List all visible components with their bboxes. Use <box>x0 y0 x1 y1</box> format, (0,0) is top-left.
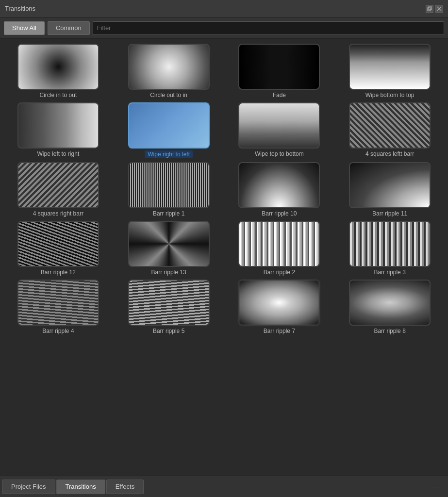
transition-thumbnail-wipe-bottom-top <box>349 44 431 90</box>
transition-label-barr2: Barr ripple 2 <box>264 269 295 276</box>
transition-thumbnail-barr3 <box>349 221 431 267</box>
transitions-grid: Circle in to outCircle out to inFadeWipe… <box>0 39 448 476</box>
transition-thumbnail-4sq-right <box>17 162 99 208</box>
transition-item-wipe-left-right[interactable]: Wipe left to right <box>4 101 113 159</box>
close-button[interactable] <box>435 5 443 13</box>
bottom-bar: Project Files Transitions Effects ...... <box>0 476 448 497</box>
transition-thumbnail-barr5 <box>128 280 210 326</box>
restore-button[interactable] <box>426 5 433 13</box>
dots-icon: ...... <box>432 484 443 489</box>
transition-thumbnail-wipe-top-bottom <box>238 102 320 149</box>
transitions-tab[interactable]: Transitions <box>56 480 105 494</box>
transition-thumbnail-wipe-left-right <box>17 102 99 149</box>
transition-thumbnail-barr4 <box>17 280 99 326</box>
transition-thumbnail-circle-in-out <box>17 44 99 90</box>
transition-item-barr4[interactable]: Barr ripple 4 <box>4 279 113 335</box>
transition-thumbnail-barr8 <box>349 280 431 326</box>
project-files-tab[interactable]: Project Files <box>2 480 55 494</box>
transition-item-barr10[interactable]: Barr ripple 10 <box>225 161 334 218</box>
transition-label-circle-out-in: Circle out to in <box>150 92 187 99</box>
transition-item-4sq-left[interactable]: 4 squares leftt barr <box>335 101 444 159</box>
transition-item-barr12[interactable]: Barr ripple 12 <box>4 220 113 277</box>
transition-thumbnail-fade <box>238 44 320 90</box>
bottom-tabs: Project Files Transitions Effects <box>2 480 144 494</box>
svg-rect-0 <box>428 8 431 11</box>
transition-label-barr11: Barr ripple 11 <box>372 210 407 217</box>
transition-label-4sq-left: 4 squares leftt barr <box>365 150 414 157</box>
common-button[interactable]: Common <box>48 21 90 35</box>
transition-thumbnail-4sq-left <box>349 102 431 149</box>
transition-label-barr5: Barr ripple 5 <box>153 328 184 334</box>
svg-rect-1 <box>429 7 431 10</box>
transition-label-circle-in-out: Circle in to out <box>40 92 77 99</box>
transition-thumbnail-barr7 <box>238 280 320 326</box>
transition-thumbnail-barr11 <box>349 162 431 208</box>
transition-item-circle-in-out[interactable]: Circle in to out <box>4 43 113 99</box>
transition-label-wipe-right-left: Wipe right to left <box>145 150 193 158</box>
transition-item-barr3[interactable]: Barr ripple 3 <box>335 220 444 277</box>
transition-item-wipe-top-bottom[interactable]: Wipe top to bottom <box>225 101 334 159</box>
transition-item-fade[interactable]: Fade <box>225 43 334 99</box>
transition-thumbnail-barr13 <box>128 221 210 267</box>
transition-thumbnail-barr10 <box>238 162 320 208</box>
transition-thumbnail-barr2 <box>238 221 320 267</box>
transition-item-barr8[interactable]: Barr ripple 8 <box>335 279 444 335</box>
transition-label-barr7: Barr ripple 7 <box>264 328 295 334</box>
transition-label-barr10: Barr ripple 10 <box>262 210 297 217</box>
transition-label-barr8: Barr ripple 8 <box>374 328 405 334</box>
transition-item-wipe-bottom-top[interactable]: Wipe bottom to top <box>335 43 444 99</box>
close-icon <box>437 6 442 11</box>
transition-item-barr13[interactable]: Barr ripple 13 <box>115 220 223 277</box>
transition-thumbnail-barr1 <box>128 162 210 208</box>
transition-item-barr7[interactable]: Barr ripple 7 <box>225 279 334 335</box>
transition-thumbnail-wipe-right-left <box>128 102 210 149</box>
window-controls <box>426 5 443 13</box>
transition-thumbnail-barr12 <box>17 221 99 267</box>
transition-item-4sq-right[interactable]: 4 squares right barr <box>4 161 113 218</box>
transition-label-barr12: Barr ripple 12 <box>41 269 76 276</box>
content-area: Circle in to outCircle out to inFadeWipe… <box>0 39 448 476</box>
restore-icon <box>427 6 432 11</box>
filter-input[interactable] <box>93 21 444 35</box>
transition-label-barr1: Barr ripple 1 <box>153 210 184 217</box>
effects-tab[interactable]: Effects <box>106 480 144 494</box>
title-bar: Transitions <box>0 0 448 17</box>
transition-label-4sq-right: 4 squares right barr <box>33 210 83 217</box>
transition-item-barr5[interactable]: Barr ripple 5 <box>115 279 223 335</box>
transition-label-barr4: Barr ripple 4 <box>42 328 74 334</box>
transition-label-barr3: Barr ripple 3 <box>374 269 405 276</box>
transitions-window: Transitions Show All Common Circl <box>0 0 448 497</box>
transition-label-wipe-top-bottom: Wipe top to bottom <box>255 150 304 157</box>
window-title: Transitions <box>5 5 35 12</box>
transition-item-barr11[interactable]: Barr ripple 11 <box>335 161 444 218</box>
transition-item-circle-out-in[interactable]: Circle out to in <box>115 43 223 99</box>
transition-item-wipe-right-left[interactable]: Wipe right to left <box>115 101 223 159</box>
transition-label-fade: Fade <box>273 92 286 99</box>
show-all-button[interactable]: Show All <box>4 21 45 35</box>
toolbar: Show All Common <box>0 17 448 39</box>
transition-item-barr2[interactable]: Barr ripple 2 <box>225 220 334 277</box>
transition-label-wipe-left-right: Wipe left to right <box>37 150 80 157</box>
transition-label-barr13: Barr ripple 13 <box>151 269 186 276</box>
transition-label-wipe-bottom-top: Wipe bottom to top <box>365 92 415 99</box>
transition-item-barr1[interactable]: Barr ripple 1 <box>115 161 223 218</box>
transition-thumbnail-circle-out-in <box>128 44 210 90</box>
